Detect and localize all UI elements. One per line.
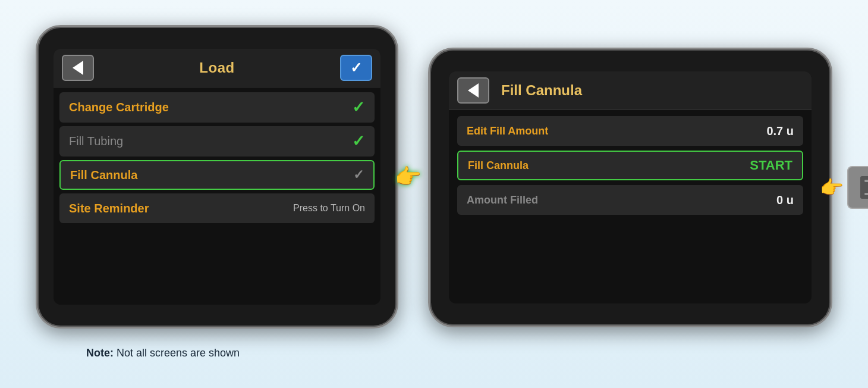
change-cartridge-right: ✓ bbox=[352, 98, 365, 117]
left-back-button[interactable] bbox=[62, 55, 94, 81]
change-cartridge-label: Change Cartridge bbox=[69, 101, 169, 114]
left-hand-connector: 👉 bbox=[395, 164, 422, 189]
right-hand-pointing-icon: 👉 bbox=[820, 176, 844, 199]
left-screen-header: Load ✓ bbox=[54, 49, 380, 87]
fill-cannula-row-label: Fill Cannula bbox=[468, 159, 529, 172]
fill-cannula-right: ✓ bbox=[353, 167, 364, 183]
right-back-arrow-icon bbox=[468, 83, 479, 98]
right-header-title: Fill Cannula bbox=[501, 82, 582, 99]
fill-tubing-label: Fill Tubing bbox=[69, 134, 123, 148]
confirm-check-icon: ✓ bbox=[350, 60, 362, 76]
page-wrapper: Load ✓ Change Cartridge ✓ Fill Tubing bbox=[0, 0, 868, 388]
menu-item-change-cartridge[interactable]: Change Cartridge ✓ bbox=[59, 92, 375, 123]
edit-fill-amount-label: Edit Fill Amount bbox=[467, 125, 548, 137]
note-bold: Note: bbox=[86, 347, 114, 359]
change-cartridge-check-icon: ✓ bbox=[352, 98, 365, 117]
amount-filled-value: 0 u bbox=[776, 193, 794, 207]
left-menu-list: Change Cartridge ✓ Fill Tubing ✓ Fill Ca… bbox=[54, 87, 380, 305]
fill-tubing-check-icon: ✓ bbox=[352, 132, 365, 151]
right-back-button[interactable] bbox=[457, 77, 489, 104]
left-screen: Load ✓ Change Cartridge ✓ Fill Tubing bbox=[54, 49, 380, 305]
site-reminder-value: Press to Turn On bbox=[293, 203, 365, 214]
device-left: Load ✓ Change Cartridge ✓ Fill Tubing bbox=[36, 25, 398, 328]
left-confirm-button[interactable]: ✓ bbox=[340, 55, 372, 81]
fill-tubing-right: ✓ bbox=[352, 132, 365, 151]
menu-item-fill-tubing[interactable]: Fill Tubing ✓ bbox=[59, 126, 375, 157]
hand-pointing-right-icon: 👉 bbox=[395, 164, 422, 189]
right-screen: Fill Cannula Edit Fill Amount 0.7 u Fill… bbox=[449, 71, 812, 303]
edit-fill-amount-value: 0.7 u bbox=[766, 124, 794, 138]
pump-device-inner bbox=[860, 176, 868, 199]
pump-device-symbol bbox=[847, 166, 868, 209]
row-amount-filled[interactable]: Amount Filled 0 u bbox=[457, 185, 803, 215]
menu-item-fill-cannula[interactable]: Fill Cannula ✓ bbox=[59, 160, 375, 190]
site-reminder-right: Press to Turn On bbox=[293, 203, 365, 214]
right-hand-connector: 👉 bbox=[820, 166, 868, 209]
left-header-title: Load bbox=[94, 60, 340, 76]
note-text: Note: Not all screens are shown bbox=[86, 347, 240, 359]
device-right: Fill Cannula Edit Fill Amount 0.7 u Fill… bbox=[428, 48, 832, 327]
site-reminder-label: Site Reminder bbox=[69, 202, 149, 215]
right-content: Edit Fill Amount 0.7 u Fill Cannula STAR… bbox=[449, 110, 812, 303]
row-fill-cannula[interactable]: Fill Cannula START bbox=[457, 151, 803, 180]
fill-cannula-start-value: START bbox=[750, 158, 792, 173]
left-back-arrow-icon bbox=[73, 61, 83, 75]
menu-item-site-reminder[interactable]: Site Reminder Press to Turn On bbox=[59, 193, 375, 223]
right-screen-header: Fill Cannula bbox=[449, 71, 812, 110]
fill-cannula-check-icon: ✓ bbox=[353, 167, 364, 183]
note-body: Not all screens are shown bbox=[114, 347, 240, 359]
fill-cannula-label: Fill Cannula bbox=[70, 168, 137, 182]
amount-filled-label: Amount Filled bbox=[467, 194, 538, 206]
row-edit-fill-amount[interactable]: Edit Fill Amount 0.7 u bbox=[457, 116, 803, 146]
